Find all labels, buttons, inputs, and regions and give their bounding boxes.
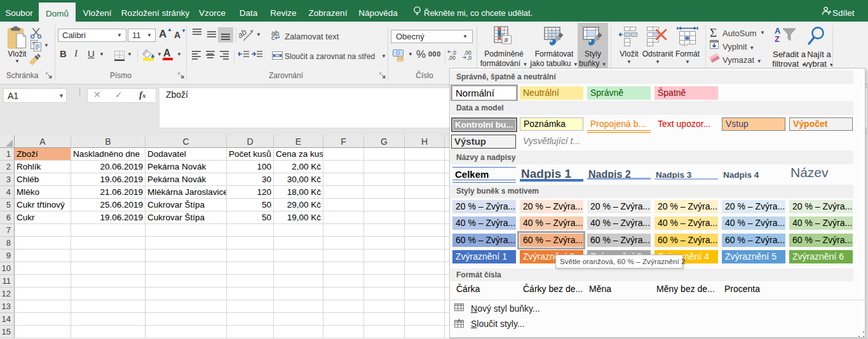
svg-text:≠: ≠: [505, 36, 509, 44]
svg-text:,00: ,00: [448, 55, 456, 60]
svg-text:ab: ab: [239, 27, 248, 41]
svg-text:,0: ,0: [467, 55, 471, 60]
